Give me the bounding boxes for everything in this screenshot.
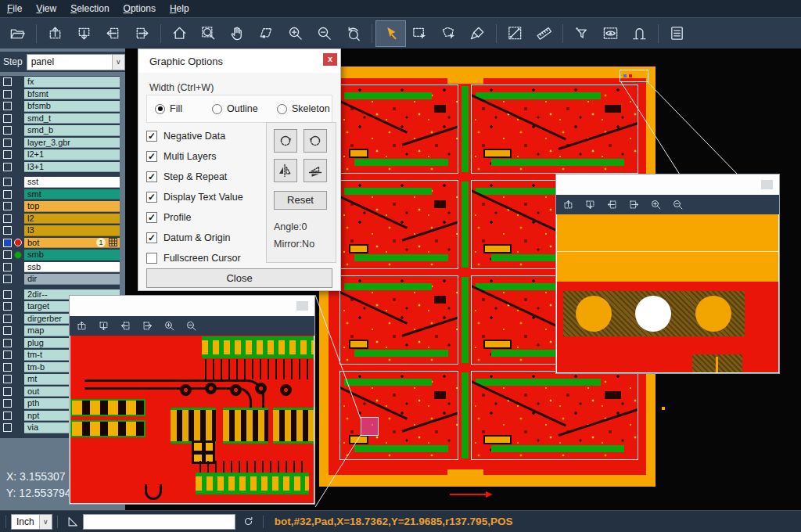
mirror-horizontal-button[interactable] — [274, 159, 297, 182]
radio-icon[interactable] — [155, 104, 165, 114]
pan-right-button[interactable] — [628, 199, 640, 210]
open-file-button[interactable] — [3, 21, 32, 46]
layer-checkbox[interactable] — [3, 399, 12, 408]
option-profile[interactable]: ✓Profile — [146, 212, 191, 223]
layer-row-ssb[interactable]: ssb — [0, 261, 120, 274]
layer-row-smb[interactable]: smb — [0, 249, 120, 261]
layer-label[interactable]: l3 — [24, 225, 120, 236]
unit-combobox[interactable]: Inch ∨ — [11, 514, 52, 530]
chevron-down-icon[interactable]: ∨ — [39, 515, 52, 529]
width-option-skeleton[interactable]: Skeleton — [277, 103, 330, 114]
layer-checkbox[interactable] — [3, 423, 12, 432]
layer-checkbox[interactable] — [3, 102, 12, 110]
checkbox-icon[interactable]: ✓ — [146, 131, 157, 142]
layer-checkbox[interactable] — [3, 190, 12, 199]
pan-right-button[interactable] — [142, 320, 153, 332]
step-combobox[interactable]: panel ∨ — [27, 54, 125, 70]
layer-label[interactable]: ssb — [24, 262, 120, 273]
checkbox-icon[interactable]: ✓ — [146, 171, 157, 182]
zoom-home-button[interactable] — [165, 21, 194, 46]
detail-window-title-bar[interactable] — [70, 296, 314, 316]
pan-up-button[interactable] — [562, 199, 574, 210]
zoom-previous-button[interactable] — [339, 21, 368, 46]
window-button[interactable] — [761, 180, 773, 189]
snap-corner-icon[interactable] — [66, 515, 80, 529]
zoom-in-button[interactable] — [163, 320, 175, 332]
reset-button[interactable]: Reset — [274, 191, 327, 210]
layer-label[interactable]: bot1 — [24, 238, 120, 249]
layer-checkbox[interactable] — [3, 214, 12, 223]
layer-row-top[interactable]: top — [0, 200, 120, 213]
menu-selection[interactable]: Selection — [63, 3, 116, 14]
layer-label[interactable]: smb — [24, 250, 120, 261]
layer-row-l3[interactable]: l3 — [0, 225, 120, 237]
option-step-repeat[interactable]: ✓Step & Repeat — [146, 171, 227, 182]
window-button[interactable] — [296, 301, 308, 311]
zoom-region-button[interactable] — [194, 21, 223, 46]
layer-row-dir[interactable]: dir — [0, 273, 120, 286]
pan-hand-button[interactable] — [223, 21, 252, 46]
option-negative-data[interactable]: ✓Negative Data — [146, 131, 225, 142]
layer-checkbox[interactable] — [3, 114, 12, 123]
pan-down-button[interactable] — [584, 199, 596, 210]
layer-checkbox[interactable] — [3, 226, 12, 235]
layer-row-fx[interactable]: fx — [0, 76, 120, 88]
close-icon[interactable]: x — [323, 53, 337, 66]
layer-checkbox[interactable] — [3, 363, 12, 372]
polygon-select-button[interactable] — [434, 21, 463, 46]
layer-checkbox[interactable] — [3, 387, 12, 396]
layer-label[interactable]: bfsmb — [24, 101, 120, 112]
layer-checkbox[interactable] — [3, 138, 12, 147]
select-arrow-button[interactable] — [376, 21, 405, 46]
pan-left-button[interactable] — [120, 320, 131, 332]
layer-row-bot[interactable]: bot1 — [0, 237, 120, 250]
layer-checkbox[interactable] — [3, 302, 12, 311]
layer-label[interactable]: l3+1 — [24, 162, 120, 173]
layer-row-sst[interactable]: sst — [0, 176, 120, 189]
width-option-fill[interactable]: Fill — [155, 103, 182, 114]
filter-button[interactable] — [567, 21, 596, 46]
rotate-cw-button[interactable] — [274, 129, 297, 153]
menu-options[interactable]: Options — [117, 3, 163, 14]
pan-left-button[interactable] — [99, 21, 128, 46]
zoom-polygon-button[interactable] — [252, 21, 281, 46]
detail-window-title-bar[interactable] — [556, 174, 779, 195]
layer-label[interactable]: l2 — [24, 214, 120, 225]
checkbox-icon[interactable]: ✓ — [146, 232, 157, 243]
pan-up-button[interactable] — [41, 21, 70, 46]
option-multi-layers[interactable]: ✓Multi Layers — [146, 151, 216, 162]
highlight-net-button[interactable] — [625, 21, 654, 46]
rect-select-button[interactable] — [405, 21, 434, 46]
measure-ruler-button[interactable] — [530, 21, 559, 46]
menu-view[interactable]: View — [29, 3, 63, 14]
layer-checkbox[interactable] — [3, 126, 12, 135]
option-display-text-value[interactable]: ✓Display Text Value — [146, 192, 243, 203]
checkbox-icon[interactable]: ✓ — [146, 192, 157, 203]
layer-label[interactable]: sst — [24, 177, 120, 188]
layer-checkbox[interactable] — [3, 375, 12, 383]
refresh-icon[interactable] — [242, 515, 255, 528]
layer-row-smd_b[interactable]: smd_b — [0, 124, 120, 137]
layer-checkbox[interactable] — [3, 77, 12, 86]
layer-checkbox[interactable] — [3, 290, 12, 299]
clear-select-button[interactable] — [463, 21, 492, 46]
rotate-ccw-button[interactable] — [304, 129, 327, 153]
zoom-out-button[interactable] — [185, 320, 197, 332]
layer-row-l3+1[interactable]: l3+1 — [0, 161, 120, 174]
dialog-title-bar[interactable]: Graphic Options x — [138, 49, 340, 73]
view-options-button[interactable] — [596, 21, 625, 46]
layer-row-smt[interactable]: smt — [0, 189, 120, 201]
zoom-out-button[interactable] — [672, 199, 684, 210]
close-button[interactable]: Close — [146, 268, 332, 288]
layer-checkbox[interactable] — [3, 178, 12, 186]
pan-up-button[interactable] — [76, 320, 88, 332]
layer-label[interactable]: top — [24, 201, 120, 212]
radio-icon[interactable] — [277, 104, 287, 114]
layer-checkbox[interactable] — [3, 163, 12, 171]
checkbox-icon[interactable]: ✓ — [146, 151, 157, 162]
pan-down-button[interactable] — [70, 21, 99, 46]
layer-row-l2+1[interactable]: l2+1 — [0, 149, 120, 161]
layer-label[interactable]: smd_b — [24, 125, 120, 136]
layer-label[interactable]: fx — [24, 77, 120, 88]
pan-left-button[interactable] — [606, 199, 618, 210]
